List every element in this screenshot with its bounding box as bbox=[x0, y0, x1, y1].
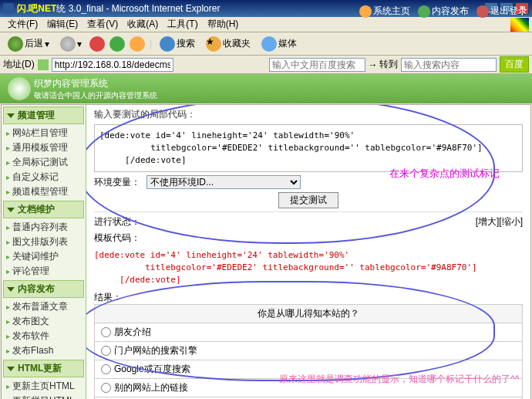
env-select[interactable]: 不使用环境ID... bbox=[146, 175, 301, 189]
state-label: 进行状态： bbox=[94, 215, 140, 228]
favorites-button[interactable]: ★收藏夹 bbox=[203, 35, 254, 53]
sidebar-item[interactable]: 普通内容列表 bbox=[2, 220, 86, 235]
input-code-label: 输入要测试的局部代码： bbox=[94, 108, 523, 121]
main-panel: 输入要测试的局部代码： [dede:vote id='4' lineheight… bbox=[86, 105, 530, 399]
sidebar-section[interactable]: 文档维护 bbox=[3, 201, 84, 218]
poll-option[interactable]: 门户网站的搜索引擎 bbox=[101, 344, 516, 357]
logo-icon bbox=[8, 77, 31, 100]
sidebar-item[interactable]: 发布图文 bbox=[2, 314, 86, 329]
poll-option[interactable]: 朋友介绍 bbox=[101, 326, 516, 339]
sidebar-item[interactable]: 发布普通文章 bbox=[2, 299, 86, 314]
sidebar-item[interactable]: 评论管理 bbox=[2, 264, 86, 279]
url-input[interactable] bbox=[52, 58, 173, 72]
sidebar-item[interactable]: 自定义标记 bbox=[2, 170, 86, 184]
submit-button[interactable]: 提交测试 bbox=[278, 192, 338, 208]
content-area: 频道管理网站栏目管理通用模板管理全局标记测试自定义标记频道模型管理文档维护普通内… bbox=[1, 104, 531, 399]
zoom-controls[interactable]: [增大][缩小] bbox=[476, 215, 523, 228]
annotation-2: 原来这里就是调查功能的显示，知道哪个标记干什么的了^^ bbox=[279, 373, 519, 386]
goto-button[interactable]: → 转到 bbox=[369, 58, 398, 71]
brand-subtitle: 敬请适合中国人的开源内容管理系统 bbox=[34, 90, 157, 101]
menu-tools[interactable]: 工具(T) bbox=[163, 16, 202, 32]
sidebar: 频道管理网站栏目管理通用模板管理全局标记测试自定义标记频道模型管理文档维护普通内… bbox=[2, 105, 86, 399]
brand-title: 织梦内容管理系统 bbox=[34, 77, 157, 90]
menu-file[interactable]: 文件(F) bbox=[3, 16, 42, 32]
page-icon bbox=[38, 59, 49, 70]
template-code-label: 模板代码： bbox=[94, 232, 523, 245]
sidebar-section[interactable]: 频道管理 bbox=[3, 107, 84, 124]
windows-logo-icon bbox=[510, 18, 529, 32]
sidebar-section[interactable]: 内容发布 bbox=[3, 280, 84, 298]
menu-edit[interactable]: 编辑(E) bbox=[42, 16, 82, 32]
ie-icon bbox=[3, 3, 14, 14]
menu-bar: 文件(F) 编辑(E) 查看(V) 收藏(A) 工具(T) 帮助(H) bbox=[0, 17, 532, 32]
sidebar-item[interactable]: 更新主页HTML bbox=[2, 379, 86, 394]
app-header: 织梦内容管理系统 敬请适合中国人的开源内容管理系统 系统主页 内容发布 退出登录 bbox=[0, 74, 532, 103]
home-button[interactable] bbox=[130, 36, 145, 52]
menu-favorites[interactable]: 收藏(A) bbox=[123, 16, 163, 32]
nav-publish[interactable]: 内容发布 bbox=[418, 5, 469, 18]
sidebar-item[interactable]: 发布Flash bbox=[2, 343, 86, 358]
baidu-button[interactable]: 百度 bbox=[500, 56, 529, 73]
search-button[interactable]: 搜索 bbox=[157, 35, 198, 53]
menu-help[interactable]: 帮助(H) bbox=[203, 16, 244, 32]
sidebar-item[interactable]: 发布软件 bbox=[2, 329, 86, 343]
sidebar-item[interactable]: 频道模型管理 bbox=[2, 184, 86, 199]
sidebar-item[interactable]: 通用模板管理 bbox=[2, 140, 86, 155]
annotation-1: 在来个复杂点的测试标记 bbox=[389, 167, 500, 181]
sidebar-item[interactable]: 图文排版列表 bbox=[2, 235, 86, 249]
refresh-button[interactable] bbox=[109, 36, 125, 52]
sidebar-item[interactable]: 更新栏目HTML bbox=[2, 394, 86, 399]
sidebar-section[interactable]: HTML更新 bbox=[3, 360, 84, 377]
template-code: [dede:vote id='4' lineheight='24' tablew… bbox=[94, 249, 523, 286]
sidebar-item[interactable]: 全局标记测试 bbox=[2, 155, 86, 170]
baidu-cn-input[interactable] bbox=[269, 58, 365, 72]
back-button[interactable]: 后退 ▾ bbox=[5, 35, 52, 53]
result-label: 结果： bbox=[94, 291, 523, 304]
toolbar: 后退 ▾ ▾ | 搜索 ★收藏夹 媒体 bbox=[0, 32, 532, 56]
code-input[interactable]: [dede:vote id='4' lineheight='24' tablew… bbox=[94, 124, 523, 172]
media-button[interactable]: 媒体 bbox=[258, 35, 300, 53]
search-input[interactable] bbox=[401, 58, 497, 72]
nav-logout[interactable]: 退出登录 bbox=[476, 5, 527, 18]
forward-button[interactable]: ▾ bbox=[57, 35, 85, 53]
env-label: 环境变量： bbox=[94, 176, 140, 189]
address-bar: 地址(D) → 转到 百度 bbox=[0, 56, 532, 74]
sidebar-item[interactable]: 网站栏目管理 bbox=[2, 126, 86, 140]
menu-view[interactable]: 查看(V) bbox=[82, 16, 123, 32]
nav-syshome[interactable]: 系统主页 bbox=[359, 5, 410, 18]
poll-title: 你是从哪儿得知本站的？ bbox=[95, 305, 523, 323]
sidebar-item[interactable]: 关键词维护 bbox=[2, 249, 86, 264]
address-label: 地址(D) bbox=[3, 58, 35, 71]
watermark: 闪.吧NET bbox=[17, 2, 56, 15]
stop-button[interactable] bbox=[89, 36, 105, 52]
